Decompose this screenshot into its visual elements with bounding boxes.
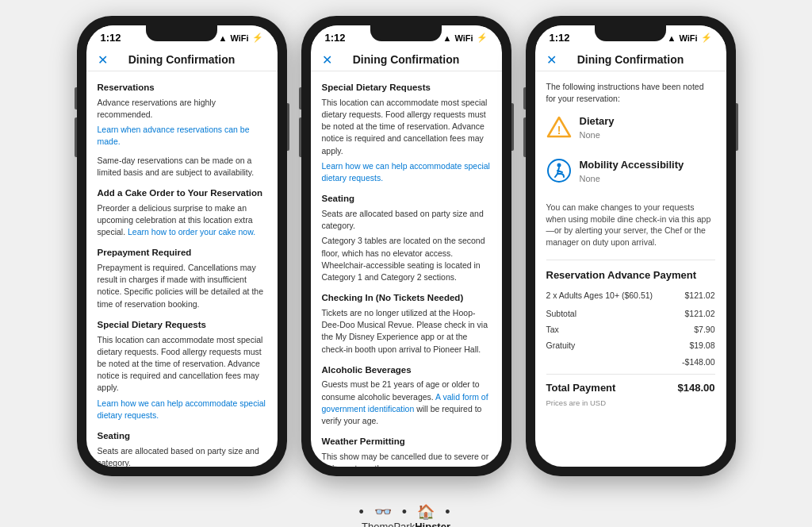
screen-content-2: ✕ Dining Confirmation Special Dietary Re… — [311, 47, 502, 467]
section-title-dietary-p2: Special Dietary Requests — [322, 81, 491, 94]
total-amount: $148.00 — [678, 381, 715, 396]
section-text-reservations-2: Same-day reservations can be made on a l… — [98, 155, 266, 179]
section-text-reservations-1: Advance reservations are highly recommen… — [98, 97, 266, 121]
screen-header-3: ✕ Dining Confirmation — [535, 47, 726, 71]
dietary-icon: ! — [546, 114, 572, 140]
link-alcohol[interactable]: A valid form of government identificatio… — [322, 392, 488, 414]
link-dietary-p1[interactable]: Learn how we can help accommodate specia… — [98, 398, 266, 421]
section-text-alcohol: Guests must be 21 years of age or older … — [322, 379, 491, 427]
screen-content-3: ✕ Dining Confirmation The following inst… — [535, 47, 726, 467]
change-note: You can make changes to your requests wh… — [546, 202, 715, 248]
page-wrapper: 1:12 ▲ WiFi ⚡ ✕ Dining Confirmation Rese… — [61, 0, 752, 492]
side-btn-left-3 — [523, 87, 526, 110]
phone-2: 1:12 ▲ WiFi ⚡ ✕ Dining Confirmation Spec… — [301, 16, 511, 476]
gratuity-amount: $19.08 — [689, 340, 714, 352]
side-btn-right-1 — [287, 103, 289, 151]
tax-label: Tax — [546, 324, 559, 336]
section-title-reservations: Reservations — [98, 81, 266, 94]
screen-header-2: ✕ Dining Confirmation — [311, 47, 502, 71]
scroll-body-1[interactable]: Reservations Advance reservations are hi… — [86, 71, 278, 467]
side-btn-right-3 — [736, 103, 738, 151]
close-button-2[interactable]: ✕ — [322, 52, 332, 67]
section-title-checkin-p2: Checking In (No Tickets Needed) — [322, 291, 491, 305]
negative-amount: -$148.00 — [682, 356, 714, 368]
time-2: 1:12 — [325, 32, 346, 44]
scroll-body-2[interactable]: Special Dietary Requests This location c… — [311, 71, 502, 467]
battery-icon-3: ⚡ — [701, 33, 712, 43]
section-text-seating-p2a: Seats are allocated based on party size … — [322, 208, 491, 232]
section-text-checkin-p2: Tickets are no longer utilized at the Ho… — [322, 307, 491, 356]
side-btn-right-2 — [511, 103, 514, 151]
dietary-value: None — [580, 129, 615, 142]
scroll-body-3[interactable]: The following instructions have been not… — [535, 71, 726, 467]
svg-point-3 — [557, 163, 561, 167]
line-item-label: 2 x Adults Ages 10+ ($60.51) — [546, 290, 653, 302]
phone-3: 1:12 ▲ WiFi ⚡ ✕ Dining Confirmation The … — [526, 16, 736, 476]
screen-3: 1:12 ▲ WiFi ⚡ ✕ Dining Confirmation The … — [535, 25, 726, 467]
section-title-dietary-p1: Special Dietary Requests — [98, 318, 266, 332]
link-cake[interactable]: Learn how to order your cake now. — [128, 227, 255, 237]
intro-text: The following instructions have been not… — [546, 81, 715, 105]
negative-row: -$148.00 — [546, 356, 715, 368]
dietary-request-info: Dietary None — [580, 114, 615, 142]
mobility-request-item: Mobility Accessibility None — [546, 158, 715, 192]
dietary-title: Dietary — [580, 114, 615, 129]
mobility-request-info: Mobility Accessibility None — [580, 158, 684, 186]
subtotal-label: Subtotal — [546, 308, 577, 320]
notch-3 — [595, 25, 666, 41]
mobility-value: None — [580, 173, 684, 186]
mobility-title: Mobility Accessibility — [580, 158, 684, 173]
section-text-prepayment: Prepayment is required. Cancellations ma… — [98, 262, 266, 310]
screen-title-3: Dining Confirmation — [577, 53, 684, 66]
wifi-icon-1: WiFi — [230, 33, 248, 43]
signal-icon-3: ▲ — [667, 33, 676, 43]
screen-content-1: ✕ Dining Confirmation Reservations Advan… — [86, 47, 278, 467]
subtotal-amount: $121.02 — [685, 308, 715, 320]
section-text-dietary-p2: This location can accommodate most speci… — [322, 97, 491, 157]
link-reservations[interactable]: Learn when advance reservations can be m… — [98, 124, 266, 148]
total-label: Total Payment — [546, 381, 616, 396]
section-text-seating-p1a: Seats are allocated based on party size … — [98, 445, 266, 467]
status-icons-1: ▲ WiFi ⚡ — [218, 33, 262, 43]
notch-1 — [146, 25, 217, 41]
signal-icon-1: ▲ — [218, 33, 227, 43]
payment-section-title: Reservation Advance Payment — [546, 268, 715, 283]
status-icons-2: ▲ WiFi ⚡ — [442, 33, 487, 43]
section-text-cake: Preorder a delicious surprise to make an… — [98, 202, 266, 239]
divider-payment — [546, 260, 715, 260]
watermark: • 👓 • 🏠 • ThemeParkHipster — [359, 503, 454, 527]
screen-title-1: Dining Confirmation — [128, 53, 236, 66]
section-title-seating-p1: Seating — [98, 429, 266, 443]
link-dietary-p2[interactable]: Learn how we can help accommodate specia… — [322, 160, 491, 184]
section-title-cake: Add a Cake Order to Your Reservation — [98, 187, 266, 200]
status-icons-3: ▲ WiFi ⚡ — [667, 33, 711, 43]
gratuity-label: Gratuity — [546, 340, 576, 352]
battery-icon-2: ⚡ — [477, 33, 488, 43]
section-title-alcohol: Alcoholic Beverages — [322, 364, 491, 377]
mobility-icon — [546, 158, 572, 183]
usd-note: Prices are in USD — [546, 398, 715, 409]
payment-line-item: 2 x Adults Ages 10+ ($60.51) $121.02 — [546, 290, 715, 302]
side-btn-left2-3 — [523, 117, 526, 157]
close-button-3[interactable]: ✕ — [546, 52, 557, 67]
watermark-text: ThemeParkHipster — [362, 521, 450, 527]
section-title-weather: Weather Permitting — [322, 435, 491, 448]
time-1: 1:12 — [101, 32, 121, 44]
svg-text:!: ! — [557, 124, 561, 137]
watermark-icons: • 👓 • 🏠 • — [359, 503, 454, 521]
gratuity-row: Gratuity $19.08 — [546, 340, 715, 352]
section-text-dietary-p1: This location can accommodate most speci… — [98, 334, 266, 394]
wifi-icon-3: WiFi — [679, 33, 697, 43]
section-text-seating-p2b: Category 3 tables are located on the sec… — [322, 235, 491, 283]
close-button-1[interactable]: ✕ — [98, 52, 108, 67]
tax-amount: $7.90 — [694, 324, 714, 336]
side-btn-left2-1 — [75, 117, 77, 157]
line-item-amount: $121.02 — [685, 290, 715, 302]
side-btn-left2-2 — [299, 117, 301, 157]
screen-1: 1:12 ▲ WiFi ⚡ ✕ Dining Confirmation Rese… — [86, 25, 278, 467]
phone-1: 1:12 ▲ WiFi ⚡ ✕ Dining Confirmation Rese… — [77, 16, 287, 476]
section-title-seating-p2: Seating — [322, 192, 491, 206]
dietary-request-item: ! Dietary None — [546, 114, 715, 148]
screen-header-1: ✕ Dining Confirmation — [86, 47, 278, 71]
side-btn-left-1 — [75, 87, 77, 110]
